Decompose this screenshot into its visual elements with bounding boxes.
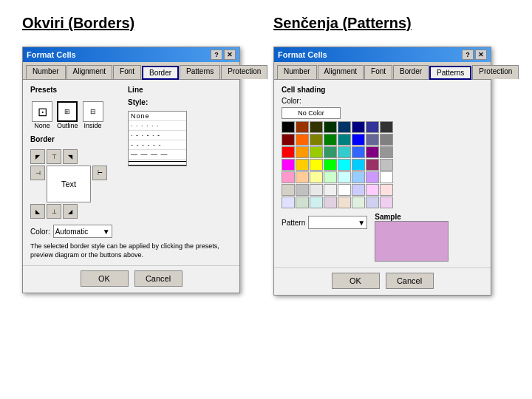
line-style-list[interactable]: None · · · · · · · - · - · - - - - - - -… [128, 111, 187, 166]
patterns-help-button[interactable]: ? [462, 50, 474, 60]
color-cell-38[interactable] [366, 171, 379, 183]
color-cell-9[interactable] [296, 134, 309, 146]
color-cell-34[interactable] [310, 171, 323, 183]
color-cell-54[interactable] [366, 197, 379, 208]
color-cell-6[interactable] [366, 121, 379, 133]
border-right-btn[interactable]: ⊢ [92, 166, 107, 180]
color-cell-24[interactable] [282, 159, 295, 171]
p-tab-alignment[interactable]: Alignment [318, 65, 364, 79]
color-cell-13[interactable] [352, 134, 365, 146]
color-cell-11[interactable] [324, 134, 337, 146]
color-cell-18[interactable] [310, 146, 323, 158]
border-bottom-btn[interactable]: ⊥ [47, 204, 61, 219]
preset-outline[interactable]: ⊞ Outline [57, 101, 78, 129]
border-top-right-btn[interactable]: ◥ [63, 149, 78, 164]
color-cell-1[interactable] [296, 121, 309, 133]
color-cell-49[interactable] [296, 197, 309, 208]
color-cell-35[interactable] [324, 171, 337, 183]
p-tab-number[interactable]: Number [277, 65, 317, 79]
pattern-dropdown[interactable]: ▼ [308, 216, 367, 229]
tab-number[interactable]: Number [26, 65, 66, 79]
patterns-ok-button[interactable]: OK [332, 273, 380, 289]
color-cell-52[interactable] [338, 197, 351, 208]
color-cell-53[interactable] [352, 197, 365, 208]
color-cell-25[interactable] [296, 159, 309, 171]
tab-patterns[interactable]: Patterns [180, 65, 220, 79]
preset-none[interactable]: ⊡ None [32, 101, 52, 129]
color-cell-23[interactable] [380, 146, 393, 158]
color-cell-42[interactable] [310, 184, 323, 196]
border-top-btn[interactable]: ⊤ [47, 149, 61, 164]
color-cell-47[interactable] [380, 184, 393, 196]
line-dotted1[interactable]: · · · · · · [129, 121, 186, 131]
color-cell-33[interactable] [296, 171, 309, 183]
line-dash2[interactable]: — — — — [129, 150, 186, 160]
color-cell-21[interactable] [352, 146, 365, 158]
preset-inside[interactable]: ⊟ Inside [83, 101, 103, 129]
color-cell-43[interactable] [324, 184, 337, 196]
patterns-close-button[interactable]: ✕ [475, 50, 487, 60]
color-cell-50[interactable] [310, 197, 323, 208]
border-left-btn[interactable]: ⊣ [30, 166, 45, 180]
color-cell-16[interactable] [282, 146, 295, 158]
color-cell-36[interactable] [338, 171, 351, 183]
line-dash1[interactable]: - - - - - - [129, 140, 186, 150]
color-cell-12[interactable] [338, 134, 351, 146]
line-solid-thick[interactable] [129, 163, 186, 166]
line-dotted2[interactable]: · - · - · - [129, 131, 186, 140]
patterns-cancel-button[interactable]: Cancel [386, 273, 434, 289]
color-cell-4[interactable] [338, 121, 351, 133]
color-cell-32[interactable] [282, 171, 295, 183]
color-cell-0[interactable] [282, 121, 295, 133]
color-cell-3[interactable] [324, 121, 337, 133]
no-color-button[interactable]: No Color [282, 107, 341, 119]
color-cell-45[interactable] [352, 184, 365, 196]
border-ok-button[interactable]: OK [81, 270, 129, 287]
p-tab-protection[interactable]: Protection [472, 65, 519, 79]
color-cell-14[interactable] [366, 134, 379, 146]
border-top-left-btn[interactable]: ◤ [30, 149, 45, 164]
tab-border[interactable]: Border [142, 66, 179, 80]
color-cell-8[interactable] [282, 134, 295, 146]
color-dropdown[interactable]: Automatic ▼ [53, 225, 112, 238]
color-cell-22[interactable] [366, 146, 379, 158]
tab-protection[interactable]: Protection [221, 65, 267, 79]
tab-alignment[interactable]: Alignment [66, 65, 112, 79]
p-tab-font[interactable]: Font [364, 65, 392, 79]
p-tab-border[interactable]: Border [393, 65, 429, 79]
color-cell-44[interactable] [338, 184, 351, 196]
color-cell-26[interactable] [310, 159, 323, 171]
color-cell-19[interactable] [324, 146, 337, 158]
color-cell-40[interactable] [282, 184, 295, 196]
color-cell-31[interactable] [380, 159, 393, 171]
p-tab-patterns[interactable]: Patterns [429, 66, 471, 80]
color-cell-28[interactable] [338, 159, 351, 171]
color-cell-17[interactable] [296, 146, 309, 158]
color-cell-2[interactable] [310, 121, 323, 133]
border-dialog-footer: OK Cancel [23, 265, 239, 293]
border-btm-left-btn[interactable]: ◣ [30, 204, 45, 219]
color-cell-37[interactable] [352, 171, 365, 183]
color-cell-20[interactable] [338, 146, 351, 158]
color-cell-29[interactable] [352, 159, 365, 171]
color-cell-51[interactable] [324, 197, 337, 208]
help-button[interactable]: ? [211, 50, 222, 60]
color-cell-55[interactable] [380, 197, 393, 208]
color-cell-46[interactable] [366, 184, 379, 196]
color-cell-30[interactable] [366, 159, 379, 171]
border-btm-right-btn[interactable]: ◢ [63, 204, 78, 219]
color-cell-41[interactable] [296, 184, 309, 196]
color-cell-27[interactable] [324, 159, 337, 171]
color-cell-7[interactable] [380, 121, 393, 133]
color-cell-5[interactable] [352, 121, 365, 133]
line-none[interactable]: None [129, 112, 186, 121]
color-cell-10[interactable] [310, 134, 323, 146]
color-cell-39[interactable] [380, 171, 393, 183]
border-cancel-button[interactable]: Cancel [134, 270, 183, 287]
color-cell-48[interactable] [282, 197, 295, 208]
color-cell-15[interactable] [380, 134, 393, 146]
line-solid-thin[interactable] [129, 160, 186, 162]
close-button[interactable]: ✕ [224, 50, 236, 60]
tab-font[interactable]: Font [113, 65, 141, 79]
border-btn-row1: ◤ ⊤ ◥ [30, 149, 119, 164]
